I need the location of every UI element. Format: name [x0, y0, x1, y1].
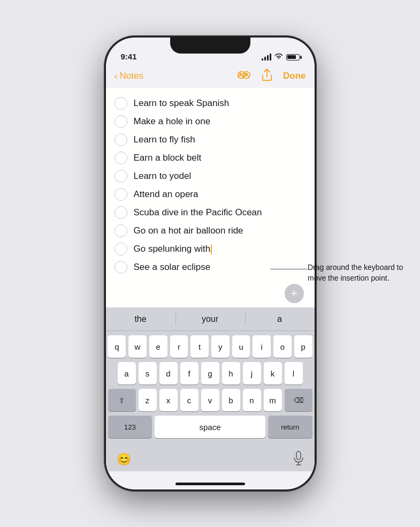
annotation: Drag around the keyboard to move the ins… [308, 262, 404, 283]
checkbox[interactable] [114, 188, 127, 201]
svg-point-4 [245, 73, 248, 76]
key-h[interactable]: h [222, 362, 240, 385]
item-text: Go on a hot air balloon ride [134, 225, 243, 236]
item-text: Attend an opera [134, 189, 198, 200]
key-c[interactable]: c [180, 389, 198, 411]
key-m[interactable]: m [264, 389, 282, 411]
key-row-4: 123 space return [108, 416, 312, 438]
key-numbers[interactable]: 123 [108, 416, 152, 438]
battery-icon [286, 54, 300, 61]
item-text: Go spelunking with [134, 244, 212, 254]
predictive-item-the[interactable]: the [106, 307, 175, 330]
checklist-item: Make a hole in one [114, 112, 306, 131]
svg-point-3 [239, 73, 242, 76]
key-t[interactable]: t [190, 335, 209, 358]
share-icon[interactable] [262, 69, 272, 84]
key-k[interactable]: k [264, 362, 282, 385]
key-b[interactable]: b [222, 389, 240, 411]
key-z[interactable]: z [139, 389, 157, 411]
wifi-icon [274, 53, 283, 61]
predictive-item-a[interactable]: a [245, 307, 315, 330]
checkbox[interactable] [114, 97, 127, 110]
checklist-item: Earn a block belt [114, 149, 306, 167]
key-w[interactable]: w [128, 335, 147, 358]
predictive-text-row: the your a [106, 307, 315, 331]
home-indicator [175, 483, 245, 485]
checklist-item: Learn to speak Spanish [114, 94, 306, 112]
nav-actions: Done [236, 69, 306, 84]
checklist-item: Go spelunking with [114, 240, 306, 258]
keyboard-keys: q w e r t y u i o p a s d f g [106, 331, 315, 440]
item-text: Learn to speak Spanish [134, 98, 230, 109]
key-q[interactable]: q [108, 335, 126, 358]
key-row-1: q w e r t y u i o p [108, 335, 312, 358]
annotation-text: Drag around the keyboard to move the ins… [308, 263, 403, 282]
key-e[interactable]: e [149, 335, 167, 358]
key-j[interactable]: j [243, 362, 261, 385]
svg-rect-5 [296, 451, 301, 460]
checklist-item: Learn to yodel [114, 167, 306, 185]
notch [170, 37, 250, 54]
checkbox[interactable] [114, 261, 127, 274]
item-text: Make a hole in one [134, 116, 211, 127]
item-text: See a solar eclipse [134, 262, 211, 273]
checklist-item: Go on a hot air balloon ride [114, 222, 306, 240]
key-u[interactable]: u [232, 335, 250, 358]
key-return[interactable]: return [268, 416, 312, 438]
key-r[interactable]: r [170, 335, 188, 358]
key-shift[interactable]: ⇧ [108, 389, 136, 411]
item-text: Earn a block belt [134, 153, 202, 163]
nav-bar: ‹ Notes [106, 64, 315, 88]
key-f[interactable]: f [180, 362, 198, 385]
checkbox[interactable] [114, 224, 127, 237]
key-s[interactable]: s [139, 362, 157, 385]
emoji-icon[interactable]: 😊 [117, 453, 131, 466]
keyboard-bottom-bar: 😊 [106, 448, 315, 471]
checkbox[interactable] [114, 152, 127, 164]
predictive-item-your[interactable]: your [175, 307, 245, 330]
item-text: Learn to fly fish [134, 134, 195, 145]
chevron-left-icon: ‹ [114, 71, 118, 82]
signal-icon [262, 54, 271, 61]
key-row-3: ⇧ z x c v b n m ⌫ [108, 389, 312, 411]
key-delete[interactable]: ⌫ [285, 389, 312, 411]
status-time: 9:41 [121, 52, 137, 61]
checkbox[interactable] [114, 170, 127, 183]
back-button[interactable]: ‹ Notes [114, 71, 143, 82]
key-d[interactable]: d [159, 362, 178, 385]
item-text: Learn to yodel [134, 171, 192, 182]
annotation-line [270, 269, 308, 269]
key-x[interactable]: x [159, 389, 178, 411]
key-i[interactable]: i [253, 335, 271, 358]
key-v[interactable]: v [201, 389, 219, 411]
checkbox[interactable] [114, 206, 127, 219]
checklist-item: Scuba dive in the Pacific Ocean [114, 204, 306, 222]
checkbox[interactable] [114, 115, 127, 128]
add-checklist-button[interactable]: + [285, 284, 304, 303]
key-row-2: a s d f g h j k l [108, 362, 312, 385]
key-l[interactable]: l [285, 362, 303, 385]
checklist: Learn to speak SpanishMake a hole in one… [114, 94, 306, 276]
keyboard[interactable]: the your a q w e r t y u [106, 307, 315, 471]
back-label: Notes [120, 71, 143, 81]
collaborate-icon[interactable] [236, 69, 251, 83]
checkbox[interactable] [114, 133, 127, 146]
status-icons [262, 53, 300, 61]
phone-frame: 9:41 [106, 37, 315, 490]
done-button[interactable]: Done [283, 71, 306, 81]
key-p[interactable]: p [294, 335, 312, 358]
mic-icon[interactable] [293, 451, 304, 468]
text-cursor [211, 245, 212, 254]
item-text: Scuba dive in the Pacific Ocean [134, 207, 262, 218]
key-o[interactable]: o [273, 335, 292, 358]
key-g[interactable]: g [201, 362, 219, 385]
checklist-item: See a solar eclipse [114, 258, 306, 276]
checkbox[interactable] [114, 243, 127, 255]
key-space[interactable]: space [155, 416, 265, 438]
key-y[interactable]: y [211, 335, 230, 358]
notes-content: Learn to speak SpanishMake a hole in one… [106, 88, 315, 307]
key-n[interactable]: n [243, 389, 261, 411]
checklist-item: Learn to fly fish [114, 131, 306, 149]
checklist-item: Attend an opera [114, 185, 306, 204]
key-a[interactable]: a [118, 362, 136, 385]
